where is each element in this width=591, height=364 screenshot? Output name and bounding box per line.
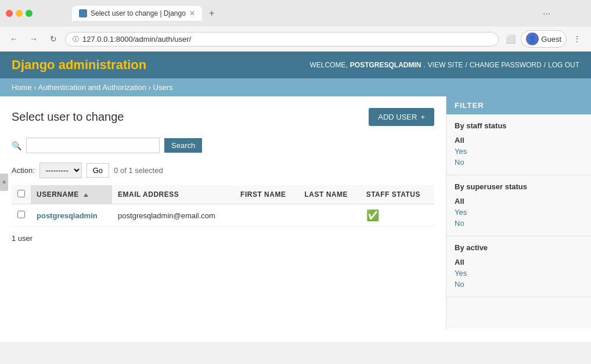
- reload-button[interactable]: ↻: [45, 31, 62, 47]
- breadcrumb: Home › Authentication and Authorization …: [0, 78, 591, 96]
- filter-panel: FILTER By staff statusAllYesNoBy superus…: [446, 96, 591, 329]
- header-username: POSTGRESQLADMIN: [350, 61, 421, 69]
- row-checkbox-cell: [12, 204, 31, 227]
- filter-section-title: By staff status: [455, 121, 583, 130]
- back-button[interactable]: ←: [6, 31, 22, 47]
- browser-chrome: Select user to change | Django ✕ + ⋯ ← →…: [0, 0, 591, 52]
- filter-sections: By staff statusAllYesNoBy superuser stat…: [446, 114, 591, 297]
- header-last-name[interactable]: LAST NAME: [299, 185, 361, 204]
- table-header: USERNAME EMAIL ADDRESS FIRST NAME LAST N…: [12, 185, 434, 204]
- filter-item[interactable]: Yes: [455, 268, 583, 279]
- maximize-window-button[interactable]: [26, 10, 33, 17]
- add-user-button[interactable]: ADD USER +: [369, 108, 434, 126]
- breadcrumb-current: Users: [153, 83, 173, 92]
- row-email: postgresqladmin@email.com: [112, 204, 235, 227]
- filter-item[interactable]: No: [455, 279, 583, 290]
- row-checkbox[interactable]: [17, 211, 25, 218]
- breadcrumb-sep-2: ›: [149, 83, 153, 92]
- filter-section-title: By superuser status: [455, 182, 583, 191]
- row-last-name: [299, 204, 361, 227]
- address-bar[interactable]: ⓘ 127.0.0.1:8000/admin/auth/user/: [65, 32, 499, 46]
- tab-favicon: [79, 9, 87, 17]
- action-go-button[interactable]: Go: [87, 163, 109, 178]
- staff-status-check-icon: ✅: [366, 210, 379, 221]
- profile-button[interactable]: 👤 Guest: [521, 30, 567, 48]
- row-staff-status: ✅: [361, 204, 434, 227]
- filter-item[interactable]: Yes: [455, 146, 583, 157]
- menu-button[interactable]: ⋮: [569, 31, 585, 47]
- separator-2: /: [544, 61, 546, 69]
- browser-toolbar: ← → ↻ ⓘ 127.0.0.1:8000/admin/auth/user/ …: [0, 27, 591, 52]
- search-button[interactable]: Search: [164, 138, 202, 153]
- new-tab-button[interactable]: +: [202, 5, 221, 22]
- welcome-prefix: WELCOME,: [309, 61, 347, 69]
- log-out-link[interactable]: LOG OUT: [548, 61, 579, 69]
- toolbar-right: ⬜ 👤 Guest ⋮: [502, 30, 585, 48]
- table-header-row: USERNAME EMAIL ADDRESS FIRST NAME LAST N…: [12, 185, 434, 204]
- add-user-icon: +: [420, 113, 425, 121]
- separator-1: /: [466, 61, 467, 69]
- tab-more-button[interactable]: ⋯: [543, 9, 550, 18]
- tab-close-button[interactable]: ✕: [189, 9, 195, 17]
- select-all-checkbox[interactable]: [17, 190, 25, 197]
- active-tab[interactable]: Select user to change | Django ✕: [72, 6, 202, 21]
- page-title: Select user to change: [12, 110, 124, 124]
- breadcrumb-sep-1: ›: [34, 83, 38, 92]
- table-body: postgresqladmin postgresqladmin@email.co…: [12, 204, 434, 227]
- security-icon: ⓘ: [73, 35, 79, 44]
- tab-bar: Select user to change | Django ✕ + ⋯: [37, 5, 585, 22]
- action-bar: Action: --------- Go 0 of 1 selected: [12, 163, 434, 178]
- header-email-label: EMAIL ADDRESS: [118, 190, 179, 199]
- search-icon: 🔍: [12, 141, 21, 150]
- row-username: postgresqladmin: [31, 204, 112, 227]
- header-last-name-label: LAST NAME: [305, 190, 348, 199]
- address-text: 127.0.0.1:8000/admin/auth/user/: [82, 35, 491, 44]
- filter-item[interactable]: All: [455, 257, 583, 268]
- row-first-name: [235, 204, 298, 227]
- filter-section: By superuser statusAllYesNo: [446, 175, 591, 236]
- page-header: Select user to change ADD USER +: [12, 108, 434, 126]
- browser-window-controls: [6, 10, 33, 17]
- filter-item[interactable]: No: [455, 218, 583, 229]
- row-count: 1 user: [12, 234, 434, 243]
- browser-titlebar: Select user to change | Django ✕ + ⋯: [0, 0, 591, 27]
- search-bar: 🔍 Search: [12, 138, 434, 153]
- action-selected-count: 0 of 1 selected: [114, 166, 163, 175]
- filter-section: By activeAllYesNo: [446, 236, 591, 297]
- header-user-info: WELCOME, POSTGRESQLADMIN. VIEW SITE / CH…: [309, 61, 579, 69]
- change-password-link[interactable]: CHANGE PASSWORD: [470, 61, 542, 69]
- action-label: Action:: [12, 166, 35, 175]
- header-username[interactable]: USERNAME: [31, 185, 112, 204]
- filter-sidebar: FILTER By staff statusAllYesNoBy superus…: [446, 96, 591, 329]
- header-first-name-label: FIRST NAME: [240, 190, 286, 199]
- view-site-link[interactable]: VIEW SITE: [428, 61, 463, 69]
- sidebar-toggle-button[interactable]: »: [0, 174, 8, 191]
- breadcrumb-section[interactable]: Authentication and Authorization: [38, 83, 146, 92]
- breadcrumb-home[interactable]: Home: [12, 83, 32, 92]
- filter-item[interactable]: All: [455, 196, 583, 207]
- search-input[interactable]: [26, 138, 160, 153]
- main-panel: Select user to change ADD USER + 🔍 Searc…: [0, 96, 446, 329]
- header-staff-status-label: STAFF STATUS: [366, 190, 420, 199]
- content-area: Select user to change ADD USER + 🔍 Searc…: [0, 96, 591, 329]
- username-link[interactable]: postgresqladmin: [37, 211, 98, 220]
- forward-button[interactable]: →: [26, 31, 42, 47]
- filter-item[interactable]: Yes: [455, 207, 583, 218]
- sort-arrow-icon: [84, 193, 88, 197]
- header-staff-status[interactable]: STAFF STATUS: [361, 185, 434, 204]
- filter-section: By staff statusAllYesNo: [446, 114, 591, 175]
- django-admin-title[interactable]: Django administration: [12, 57, 146, 73]
- filter-item[interactable]: No: [455, 157, 583, 168]
- header-checkbox-col: [12, 185, 31, 204]
- close-window-button[interactable]: [6, 10, 13, 17]
- users-table: USERNAME EMAIL ADDRESS FIRST NAME LAST N…: [12, 185, 434, 227]
- minimize-window-button[interactable]: [16, 10, 23, 17]
- filter-item[interactable]: All: [455, 135, 583, 146]
- header-first-name[interactable]: FIRST NAME: [235, 185, 298, 204]
- reader-mode-button[interactable]: ⬜: [502, 31, 518, 47]
- django-admin: Django administration WELCOME, POSTGRESQ…: [0, 52, 591, 342]
- profile-label: Guest: [541, 35, 561, 44]
- header-email[interactable]: EMAIL ADDRESS: [112, 185, 235, 204]
- action-select[interactable]: ---------: [39, 163, 82, 178]
- filter-section-title: By active: [455, 243, 583, 252]
